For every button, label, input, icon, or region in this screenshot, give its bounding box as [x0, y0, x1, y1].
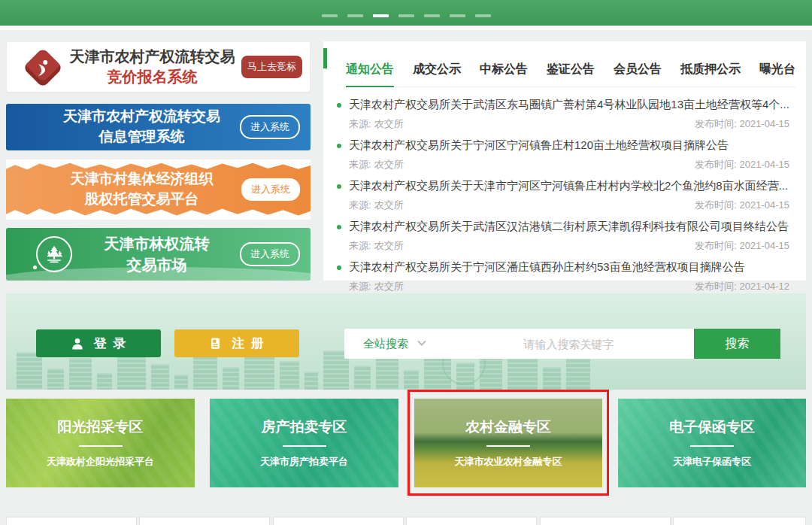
- login-button[interactable]: 登 录: [36, 329, 161, 357]
- source-label: 来源:: [349, 199, 371, 211]
- equity-title-line1: 天津市村集体经济组织: [71, 169, 214, 190]
- source-label: 来源:: [349, 281, 371, 292]
- login-search-band: 登 录 注 册 全站搜索 搜索: [6, 293, 806, 390]
- forest-title-line2: 交易市场: [127, 254, 187, 275]
- source-value: 农交所: [374, 199, 404, 211]
- zone-rural-finance[interactable]: 农村金融专区 天津市农业农村金融专区: [414, 399, 602, 487]
- announcement-panel: 通知公告 成交公示 中标公告 鉴证公告 会员公告 抵质押公示 曝光台 更多 ▶ …: [323, 41, 806, 281]
- zone-title: 阳光招采专区: [58, 417, 144, 437]
- zone-subtitle: 天津市农业农村金融专区: [455, 455, 562, 469]
- carousel-dash-3-active[interactable]: [373, 14, 389, 17]
- publish-date: 2021-04-12: [740, 281, 790, 292]
- footer-cell[interactable]: [540, 517, 671, 525]
- search-input[interactable]: [444, 338, 694, 351]
- chevron-down-icon: [417, 338, 426, 346]
- publish-time-label: 发布时间:: [695, 199, 737, 211]
- topbar-divider: [0, 26, 812, 30]
- zone-sunshine-procurement[interactable]: 阳光招采专区 天津政村企阳光招采平台: [6, 399, 195, 487]
- carousel-dash-6[interactable]: [450, 14, 465, 17]
- list-item: 天津农村产权交易所关于武清区汉沽港镇二街村原天津凯得利科技有限公司项目终结公告 …: [337, 220, 794, 253]
- source-value: 农交所: [374, 118, 404, 129]
- footer-cell[interactable]: [6, 517, 137, 525]
- zone-subtitle: 天津电子保函专区: [673, 455, 751, 469]
- zone-subtitle: 天津政村企阳光招采平台: [47, 455, 154, 469]
- carousel-dash-1[interactable]: [322, 14, 338, 17]
- source-label: 来源:: [349, 240, 371, 251]
- list-item: 天津农村产权交易所关于宁河区潘庄镇西孙庄村约53亩鱼池经营权项目摘牌公告 来源:…: [337, 260, 794, 293]
- source-value: 农交所: [374, 159, 404, 170]
- list-item: 天津农村产权交易所关于武清区东马圈镇广善村第4号林业队园地13亩土地经营权等4个…: [337, 98, 794, 131]
- exchange-diamond-logo-icon: [26, 51, 59, 84]
- tab-accent-bar: [323, 48, 327, 68]
- carousel-dash-7[interactable]: [475, 14, 491, 17]
- announcement-link[interactable]: 天津农村产权交易所关于武清区汉沽港镇二街村原天津凯得利科技有限公司项目终结公告: [349, 220, 789, 234]
- pine-trees-icon: [36, 236, 72, 272]
- tab-deal-publicity[interactable]: 成交公示: [413, 62, 461, 87]
- zone-title: 农村金融专区: [465, 417, 551, 437]
- bidding-system-banner[interactable]: 天津市农村产权流转交易 竞价报名系统 马上去竞标: [6, 41, 311, 93]
- publish-date: 2021-04-15: [740, 159, 790, 170]
- bullet-icon: [337, 266, 341, 270]
- list-item: 天津农村产权交易所关于天津市宁河区宁河镇鲁庄村村内学校北2个鱼池约8亩水面经营.…: [337, 179, 794, 212]
- tab-exposure[interactable]: 曝光台: [759, 62, 795, 87]
- bullet-icon: [337, 144, 341, 148]
- search-scope-select[interactable]: 全站搜索: [344, 337, 444, 351]
- footer-cell[interactable]: [406, 517, 537, 525]
- announcement-link[interactable]: 天津农村产权交易所关于武清区东马圈镇广善村第4号林业队园地13亩土地经营权等4个…: [349, 98, 789, 112]
- bullet-icon: [337, 184, 341, 189]
- zone-real-estate-auction[interactable]: 房产拍卖专区 天津市房产拍卖平台: [210, 399, 398, 487]
- tab-winning-bid[interactable]: 中标公告: [480, 62, 528, 87]
- equity-platform-banner[interactable]: 天津市村集体经济组织 股权托管交易平台 进入系统: [6, 159, 311, 220]
- publish-date: 2021-04-15: [740, 199, 790, 211]
- zone-divider: [283, 445, 326, 447]
- search-scope-value: 全站搜索: [363, 337, 408, 351]
- info-system-banner[interactable]: 天津市农村产权流转交易 信息管理系统 进入系统: [6, 104, 311, 150]
- announcement-link[interactable]: 天津农村产权交易所关于天津市宁河区宁河镇鲁庄村村内学校北2个鱼池约8亩水面经营.…: [349, 179, 788, 193]
- equity-title-line2: 股权托管交易平台: [85, 190, 199, 210]
- zone-title: 电子保函专区: [669, 417, 755, 437]
- carousel-dash-2[interactable]: [347, 14, 363, 17]
- zone-subtitle: 天津市房产拍卖平台: [260, 455, 348, 469]
- forest-title-line1: 天津市林权流转: [105, 233, 210, 254]
- source-value: 农交所: [374, 281, 404, 292]
- publish-date: 2021-04-15: [740, 118, 790, 129]
- enter-equity-system-button[interactable]: 进入系统: [241, 178, 300, 201]
- source-value: 农交所: [374, 240, 404, 251]
- enter-info-system-button[interactable]: 进入系统: [240, 115, 300, 139]
- source-label: 来源:: [349, 159, 371, 170]
- publish-time-label: 发布时间:: [695, 281, 737, 292]
- register-label: 注 册: [232, 335, 265, 352]
- id-card-icon: [208, 336, 223, 351]
- info-title-line2: 信息管理系统: [99, 127, 185, 147]
- logo-dot: [33, 266, 37, 269]
- publish-time-label: 发布时间:: [695, 240, 737, 251]
- footer-cell[interactable]: [273, 517, 404, 525]
- footer-cell[interactable]: [139, 517, 270, 525]
- search-button[interactable]: 搜索: [694, 329, 780, 359]
- tab-notice[interactable]: 通知公告: [346, 62, 394, 87]
- publish-time-label: 发布时间:: [695, 159, 737, 170]
- carousel-dash-5[interactable]: [424, 14, 440, 17]
- bidding-title-line1: 天津市农村产权流转交易: [70, 47, 235, 67]
- user-icon: [70, 336, 85, 351]
- announcement-tabs: 通知公告 成交公示 中标公告 鉴证公告 会员公告 抵质押公示 曝光台 更多 ▶: [346, 41, 795, 87]
- zone-electronic-guarantee[interactable]: 电子保函专区 天津电子保函专区: [618, 399, 806, 487]
- tab-member[interactable]: 会员公告: [614, 62, 662, 87]
- carousel-dash-4[interactable]: [398, 14, 414, 17]
- login-label: 登 录: [94, 335, 128, 352]
- publish-date: 2021-04-15: [740, 240, 790, 251]
- forest-market-banner[interactable]: 天津市林权流转 交易市场 进入系统: [6, 228, 311, 281]
- announcement-link[interactable]: 天津农村产权交易所关于宁河区潘庄镇西孙庄村约53亩鱼池经营权项目摘牌公告: [349, 260, 745, 275]
- footer-cell[interactable]: [673, 517, 806, 525]
- tab-certification[interactable]: 鉴证公告: [547, 62, 595, 87]
- announcement-link[interactable]: 天津农村产权交易所关于宁河区宁河镇鲁庄村120亩土地经营权项目摘牌公告: [349, 138, 729, 153]
- bidding-title-line2: 竞价报名系统: [108, 67, 198, 87]
- zone-divider: [690, 445, 734, 447]
- tab-pledge[interactable]: 抵质押公示: [680, 62, 741, 87]
- register-button[interactable]: 注 册: [174, 329, 299, 357]
- carousel-banner: [0, 0, 812, 26]
- enter-forest-market-button[interactable]: 进入系统: [240, 242, 300, 266]
- info-title-line1: 天津市农村产权流转交易: [63, 107, 220, 127]
- go-bid-button[interactable]: 马上去竞标: [241, 56, 302, 78]
- announcement-list: 天津农村产权交易所关于武清区东马圈镇广善村第4号林业队园地13亩土地经营权等4个…: [323, 87, 806, 293]
